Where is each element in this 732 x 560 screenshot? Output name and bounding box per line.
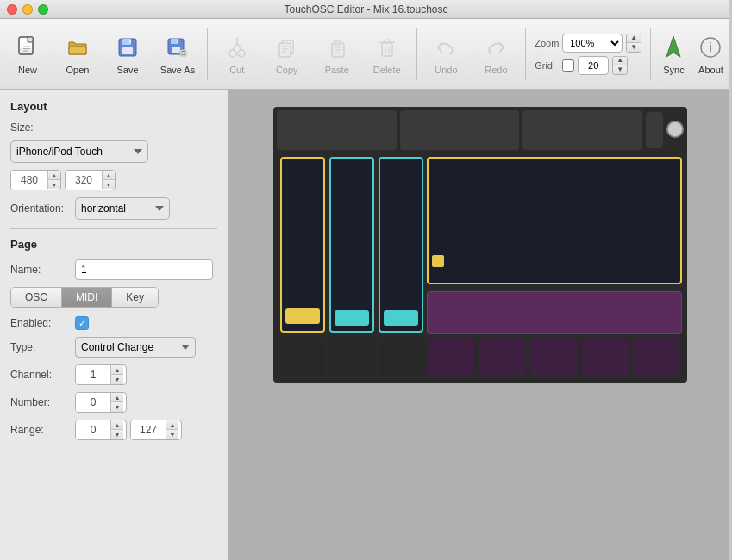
paste-button[interactable]: Paste	[313, 24, 361, 84]
copy-button[interactable]: Copy	[263, 24, 311, 84]
sync-button[interactable]: Sync	[656, 24, 691, 84]
new-label: New	[18, 65, 37, 75]
width-stepper: ▲ ▼	[47, 171, 60, 189]
height-down-button[interactable]: ▼	[103, 180, 115, 189]
sync-label: Sync	[663, 65, 684, 75]
channel-down-button[interactable]: ▼	[111, 375, 123, 384]
zoom-up-button[interactable]: ▲	[627, 34, 641, 43]
enabled-row: Enabled: ✓	[10, 316, 217, 330]
top-btn-3	[522, 110, 642, 150]
saveas-icon: S	[164, 34, 191, 61]
bottom-btn-purple-5[interactable]	[633, 338, 680, 376]
number-up-button[interactable]: ▲	[111, 393, 123, 402]
number-label: Number:	[10, 396, 75, 408]
grid-number-input[interactable]	[578, 56, 609, 75]
top-btn-1	[277, 110, 397, 150]
open-button[interactable]: Open	[53, 24, 102, 84]
purple-pad[interactable]	[427, 291, 682, 334]
zoom-select[interactable]: 100% 75% 50% 150% 200%	[562, 34, 623, 53]
about-button[interactable]: i About	[693, 24, 729, 84]
range-max-up-button[interactable]: ▲	[166, 420, 178, 430]
bottom-btn-dark-1[interactable]	[280, 338, 325, 376]
history-toolbar-group: Undo Redo	[422, 24, 520, 84]
grid-row: Grid ▲ ▼	[535, 56, 641, 75]
bottom-btn-dark-3[interactable]	[379, 338, 423, 376]
type-label: Type:	[10, 341, 75, 353]
bottom-btn-dark-2[interactable]	[329, 338, 374, 376]
height-stepper: ▲ ▼	[102, 171, 115, 189]
zoom-label: Zoom	[535, 38, 559, 48]
device-canvas[interactable]	[273, 107, 687, 383]
fader-cyan-1-thumb	[335, 310, 369, 326]
bottom-btn-purple-3[interactable]	[530, 338, 578, 376]
channel-input-wrap: ▲ ▼	[75, 364, 127, 385]
maximize-button[interactable]	[38, 4, 48, 15]
enabled-checkbox[interactable]: ✓	[75, 316, 89, 330]
fader-yellow[interactable]	[280, 157, 325, 333]
zoom-down-button[interactable]: ▼	[627, 43, 641, 52]
save-button[interactable]: Save	[103, 24, 152, 84]
tab-osc[interactable]: OSC	[11, 288, 62, 307]
svg-rect-21	[279, 43, 291, 57]
range-min-stepper: ▲ ▼	[110, 420, 123, 439]
new-icon	[14, 34, 41, 61]
range-min-up-button[interactable]: ▲	[111, 420, 123, 430]
page-name-input[interactable]	[75, 259, 213, 280]
range-min-input[interactable]	[76, 420, 110, 439]
minimize-button[interactable]	[22, 4, 33, 15]
xy-pad[interactable]	[427, 157, 682, 284]
redo-button[interactable]: Redo	[472, 24, 520, 84]
channel-stepper: ▲ ▼	[110, 365, 123, 384]
range-min-down-button[interactable]: ▼	[111, 430, 123, 439]
bottom-btn-purple-2[interactable]	[479, 338, 527, 376]
grid-up-button[interactable]: ▲	[613, 57, 627, 65]
tab-key[interactable]: Key	[112, 288, 158, 307]
tab-midi[interactable]: MIDI	[62, 288, 112, 307]
cut-button[interactable]: Cut	[213, 24, 261, 84]
range-label: Range:	[10, 424, 75, 436]
new-button[interactable]: New	[3, 24, 52, 84]
orientation-select[interactable]: horizontal vertical	[75, 197, 170, 220]
fader-cyan-1[interactable]	[329, 157, 374, 333]
height-up-button[interactable]: ▲	[103, 171, 115, 180]
number-input-wrap: ▲ ▼	[75, 392, 127, 413]
type-select[interactable]: Control Change Note On Note Off Program …	[75, 337, 196, 358]
left-panel: Layout Size: iPhone/iPod Touch iPad Cust…	[0, 90, 228, 560]
range-max-input[interactable]	[131, 420, 166, 439]
close-button[interactable]	[7, 4, 17, 15]
svg-line-17	[233, 43, 237, 50]
fader-cyan-2[interactable]	[379, 157, 423, 333]
grid-checkbox[interactable]	[562, 59, 574, 72]
delete-button[interactable]: Delete	[363, 24, 411, 84]
window-controls	[7, 4, 48, 15]
svg-text:S: S	[181, 50, 185, 56]
channel-up-button[interactable]: ▲	[111, 365, 123, 375]
about-label: About	[698, 65, 723, 75]
sep4	[650, 28, 651, 80]
undo-icon	[432, 34, 460, 61]
width-down-button[interactable]: ▼	[48, 180, 60, 189]
bottom-btn-purple-4[interactable]	[582, 338, 629, 376]
saveas-button[interactable]: S Save As	[153, 24, 202, 84]
width-input[interactable]	[11, 171, 47, 190]
undo-button[interactable]: Undo	[422, 24, 470, 84]
titlebar: TouchOSC Editor - Mix 16.touchosc	[0, 0, 732, 19]
size-label-row: Size:	[10, 121, 217, 134]
channel-label: Channel:	[10, 369, 75, 381]
saveas-label: Save As	[160, 65, 195, 75]
bottom-btn-purple-1[interactable]	[428, 338, 475, 376]
grid-down-button[interactable]: ▼	[613, 65, 627, 74]
device-select[interactable]: iPhone/iPod Touch iPad Custom	[10, 140, 148, 163]
copy-label: Copy	[276, 65, 298, 75]
range-max-down-button[interactable]: ▼	[166, 430, 178, 439]
number-down-button[interactable]: ▼	[111, 402, 123, 412]
number-stepper: ▲ ▼	[110, 393, 123, 412]
number-input[interactable]	[76, 393, 110, 412]
circle-indicator	[666, 121, 684, 138]
channel-row: Channel: ▲ ▼	[10, 364, 217, 385]
width-up-button[interactable]: ▲	[48, 171, 60, 180]
height-input[interactable]	[66, 171, 102, 190]
page-name-row: Name:	[10, 259, 217, 280]
top-btn-2	[400, 110, 520, 150]
channel-input[interactable]	[76, 365, 110, 384]
